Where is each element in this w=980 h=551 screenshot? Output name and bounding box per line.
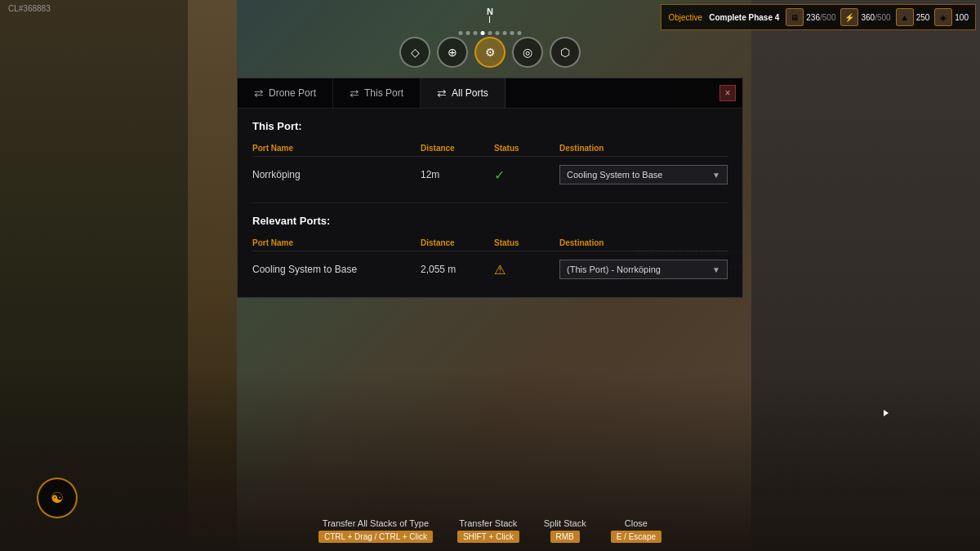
nav-dot-3 — [474, 31, 478, 35]
relevant-col-name: Port Name — [252, 238, 421, 247]
close-button[interactable]: × — [719, 85, 736, 101]
nav-icon-4[interactable]: ◎ — [512, 37, 543, 68]
nav-dot-9 — [518, 31, 522, 35]
relevant-col-status: Status — [494, 238, 559, 247]
panel-content: This Port: Port Name Distance Status Des… — [238, 109, 742, 297]
hint-close-label: Close — [625, 518, 648, 528]
hint-transfer-all-key: CTRL + Drag / CTRL + Click — [318, 531, 433, 543]
resource-item-4: ◈ 100 — [934, 8, 969, 26]
relevant-col-destination: Destination — [559, 238, 728, 247]
relevant-port-row-1: Cooling System to Base 2,055 m ⚠ (This P… — [252, 253, 728, 286]
relevant-ports-title: Relevant Ports: — [252, 215, 728, 227]
relevant-port-destination-dropdown-1[interactable]: (This Port) - Norrköping ▼ — [559, 260, 728, 279]
hud-bottom-left: ☯ — [37, 478, 78, 518]
this-port-col-status: Status — [494, 144, 559, 153]
hint-split-stack-label: Split Stack — [544, 518, 586, 528]
nav-dot-4 — [481, 31, 485, 35]
hint-split-stack-key: RMB — [550, 531, 580, 543]
build-id: CL#368883 — [8, 4, 51, 13]
mouse-cursor — [884, 410, 892, 418]
nav-dot-2 — [466, 31, 470, 35]
nav-dot-5 — [488, 31, 492, 35]
drone-port-tab-label: Drone Port — [269, 87, 316, 99]
relevant-port-status-1: ⚠ — [494, 262, 559, 278]
this-port-destination-dropdown-1[interactable]: Cooling System to Base ▼ — [559, 165, 728, 184]
this-port-col-name: Port Name — [252, 144, 421, 153]
resource-count-3: 250 — [916, 13, 930, 22]
resource-item-2: ⚡ 360/500 — [840, 8, 890, 26]
hud-nav-icons: ◇ ⊕ ⚙ ◎ ⬡ — [399, 37, 581, 68]
resource-icon-2: ⚡ — [840, 8, 858, 26]
nav-dot-8 — [510, 31, 514, 35]
this-port-name-1: Norrköping — [252, 169, 421, 180]
resource-bars: 🖥 236/500 ⚡ 360/500 ▲ 250 ◈ 100 — [786, 8, 969, 26]
relevant-port-name-1: Cooling System to Base — [252, 264, 421, 275]
section-separator — [252, 202, 728, 203]
bottom-hints: Transfer All Stacks of Type CTRL + Drag … — [318, 518, 662, 543]
this-port-title: This Port: — [252, 120, 728, 132]
hint-transfer-stack-label: Transfer Stack — [459, 518, 517, 528]
all-ports-tab-icon: ⇄ — [437, 87, 447, 100]
resource-count-1: 236/500 — [806, 13, 835, 22]
this-port-destination-1: Cooling System to Base — [567, 170, 662, 180]
resource-item-3: ▲ 250 — [896, 8, 930, 26]
compass-circle: ☯ — [37, 478, 78, 518]
compass-line — [489, 16, 490, 23]
objective-text: Complete Phase 4 — [709, 13, 779, 22]
nav-icon-1[interactable]: ◇ — [399, 37, 430, 68]
hint-split-stack: Split Stack RMB — [544, 518, 586, 543]
dialog-panel: ⇄ Drone Port ⇄ This Port ⇄ All Ports × T… — [237, 78, 743, 298]
tab-bar: ⇄ Drone Port ⇄ This Port ⇄ All Ports × — [238, 78, 742, 109]
relevant-port-distance-1: 2,055 m — [421, 264, 494, 275]
drone-port-tab-icon: ⇄ — [254, 87, 264, 100]
resource-count-4: 100 — [955, 13, 969, 22]
this-port-row-1: Norrköping 12m ✓ Cooling System to Base … — [252, 158, 728, 191]
resource-icon-4: ◈ — [934, 8, 952, 26]
relevant-col-distance: Distance — [421, 238, 494, 247]
nav-icon-3[interactable]: ⚙ — [474, 37, 506, 68]
compass: N — [487, 7, 493, 23]
this-port-tab-icon: ⇄ — [350, 87, 359, 100]
tab-this-port[interactable]: ⇄ This Port — [333, 78, 421, 108]
this-port-tab-label: This Port — [364, 87, 403, 99]
objective-panel: Objective Complete Phase 4 🖥 236/500 ⚡ 3… — [661, 4, 976, 30]
this-port-col-distance: Distance — [421, 144, 494, 153]
hint-transfer-all-label: Transfer All Stacks of Type — [323, 518, 429, 528]
relevant-port-destination-1: (This Port) - Norrköping — [567, 264, 661, 274]
tab-drone-port[interactable]: ⇄ Drone Port — [238, 78, 333, 108]
hint-transfer-stack-key: SHIFT + Click — [457, 531, 519, 543]
nav-dot-1 — [459, 31, 463, 35]
tab-all-ports[interactable]: ⇄ All Ports — [421, 78, 506, 108]
nav-dots — [459, 31, 522, 35]
resource-icon-1: 🖥 — [786, 8, 804, 26]
compass-inner-icon: ☯ — [51, 489, 64, 507]
nav-dot-6 — [496, 31, 500, 35]
dropdown-arrow-2: ▼ — [712, 265, 720, 274]
this-port-col-destination: Destination — [559, 144, 728, 153]
hint-transfer-stack: Transfer Stack SHIFT + Click — [457, 518, 519, 543]
nav-dot-7 — [503, 31, 507, 35]
this-port-table-header: Port Name Distance Status Destination — [252, 140, 728, 157]
hint-transfer-all: Transfer All Stacks of Type CTRL + Drag … — [318, 518, 433, 543]
nav-icon-2[interactable]: ⊕ — [437, 37, 468, 68]
this-port-distance-1: 12m — [421, 169, 494, 180]
hint-close: Close E / Escape — [611, 518, 662, 543]
compass-direction: N — [487, 7, 493, 16]
all-ports-tab-label: All Ports — [452, 87, 488, 99]
nav-icon-5[interactable]: ⬡ — [550, 37, 581, 68]
relevant-ports-table-header: Port Name Distance Status Destination — [252, 235, 728, 251]
hint-close-key: E / Escape — [611, 531, 662, 543]
resource-item-1: 🖥 236/500 — [786, 8, 835, 26]
resource-icon-3: ▲ — [896, 8, 914, 26]
resource-count-2: 360/500 — [861, 13, 890, 22]
dropdown-arrow-1: ▼ — [712, 171, 720, 180]
objective-label: Objective — [668, 13, 702, 22]
this-port-status-1: ✓ — [494, 167, 559, 183]
